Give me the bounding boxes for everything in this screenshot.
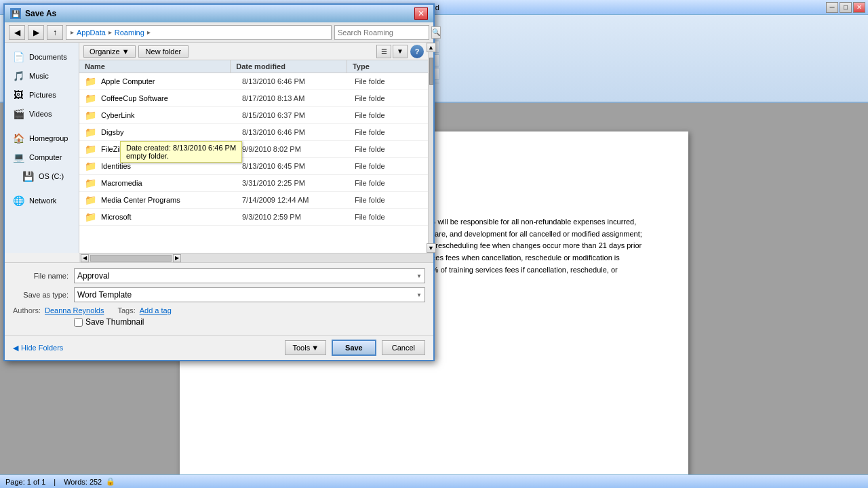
file-item-identities[interactable]: 📁 Identities 8/13/2010 6:45 PM File fold…: [79, 158, 428, 175]
file-date-identities: 8/13/2010 6:45 PM: [237, 160, 349, 172]
folder-icon-coffeecup: 📁: [83, 92, 97, 105]
file-list-container: Organize ▼ New folder ☰ ▼ ? Name Date mo…: [79, 43, 428, 253]
tools-arrow: ▼: [311, 344, 319, 352]
filename-dropdown[interactable]: Approval ▼: [74, 268, 425, 283]
dialog-hscrollbar[interactable]: ◀ ▶: [79, 253, 433, 262]
footer-buttons: Tools ▼ Save Cancel: [285, 340, 425, 356]
hscroll-left[interactable]: ◀: [81, 254, 89, 262]
up-button[interactable]: ↑: [47, 25, 63, 40]
file-date-cyberlink: 8/15/2010 6:37 PM: [237, 109, 349, 121]
help-button[interactable]: ?: [410, 45, 424, 58]
search-input[interactable]: [338, 28, 431, 37]
hscroll-thumb[interactable]: [90, 255, 172, 262]
file-name-digsby: Digsby: [101, 126, 237, 138]
dialog-body-scrollbar[interactable]: ▲ ▼: [428, 43, 433, 253]
new-folder-button[interactable]: New folder: [138, 45, 189, 58]
back-button[interactable]: ◀: [9, 25, 25, 40]
documents-icon: 📄: [12, 51, 25, 63]
file-name-filezilla: FileZilla: [101, 143, 237, 155]
thumbnail-checkbox[interactable]: [74, 318, 83, 327]
nav-pictures[interactable]: 🖼 Pictures: [7, 86, 76, 104]
col-name-header[interactable]: Name: [79, 60, 231, 73]
word-statusbar: Page: 1 of 1 | Words: 252 🔒: [0, 474, 868, 488]
cancel-button[interactable]: Cancel: [382, 340, 425, 355]
file-name-coffeecup: CoffeeCup Software: [101, 92, 237, 104]
nav-network[interactable]: 🌐 Network: [7, 192, 76, 209]
thumbnail-row: Save Thumbnail: [74, 317, 425, 327]
organize-label: Organize: [90, 47, 120, 56]
nav-panel: 📄 Documents 🎵 Music 🖼 Pictures 🎬 Videos …: [5, 43, 79, 253]
col-date-header[interactable]: Date modified: [231, 60, 347, 73]
scroll-up-btn[interactable]: ▲: [427, 43, 436, 52]
file-item-cyberlink[interactable]: 📁 CyberLink 8/15/2010 6:37 PM File folde: [79, 107, 428, 124]
minimize-btn[interactable]: ─: [826, 2, 838, 13]
filename-row: File name: Approval ▼: [13, 268, 425, 283]
organize-arrow: ▼: [122, 47, 130, 56]
search-icon[interactable]: 🔍: [431, 26, 441, 39]
file-type-identities: File folde: [349, 160, 428, 172]
scroll-thumb[interactable]: [429, 58, 433, 85]
nav-osdrive[interactable]: 💾 OS (C:): [7, 167, 76, 185]
file-type-mediacenter: File folde: [349, 194, 428, 206]
path-roaming[interactable]: Roaming: [115, 28, 144, 37]
file-type-filezilla: File folde: [349, 143, 428, 155]
dialog-title: 💾 Save As: [10, 8, 56, 19]
nav-videos[interactable]: 🎬 Videos: [7, 105, 76, 123]
file-item-mediacenter[interactable]: 📁 Media Center Programs 7/14/2009 12:44 …: [79, 192, 428, 209]
dialog-footer: ◀ Hide Folders Tools ▼ Save Cancel: [5, 335, 433, 360]
folder-icon-filezilla: 📁: [83, 142, 97, 156]
hide-folders-button[interactable]: ◀ Hide Folders: [13, 344, 63, 352]
file-item-macromedia[interactable]: 📁 Macromedia 3/31/2010 2:25 PM File fold…: [79, 175, 428, 192]
filename-value: Approval: [77, 271, 109, 281]
dialog-close-button[interactable]: ✕: [414, 7, 428, 20]
scroll-down-btn[interactable]: ▼: [427, 243, 436, 253]
save-button[interactable]: Save: [332, 340, 376, 356]
file-date-mediacenter: 7/14/2009 12:44 AM: [237, 194, 349, 206]
file-item-digsby[interactable]: 📁 Digsby 8/13/2010 6:46 PM File folde: [79, 124, 428, 141]
nav-osdrive-label: OS (C:): [39, 172, 64, 180]
nav-videos-label: Videos: [29, 110, 52, 118]
nav-documents[interactable]: 📄 Documents: [7, 48, 76, 66]
close-btn[interactable]: ✕: [853, 2, 865, 13]
nav-computer-label: Computer: [29, 153, 62, 161]
tools-button[interactable]: Tools ▼: [285, 340, 326, 355]
tags-group: Tags: Add a tag: [117, 306, 171, 314]
filetype-dropdown[interactable]: Word Template ▼: [74, 287, 425, 302]
thumbnail-label: Save Thumbnail: [85, 317, 144, 327]
maximize-btn[interactable]: □: [840, 2, 852, 13]
file-item-microsoft[interactable]: 📁 Microsoft 9/3/2010 2:59 PM File folde: [79, 209, 428, 226]
file-date-coffeecup: 8/17/2010 8:13 AM: [237, 92, 349, 104]
view-toggle-button[interactable]: ☰: [376, 45, 391, 58]
folder-icon-mediacenter: 📁: [83, 193, 97, 207]
tools-label: Tools: [292, 344, 310, 352]
nav-computer[interactable]: 💻 Computer: [7, 148, 76, 166]
dialog-form: File name: Approval ▼ Save as type: Word…: [5, 262, 433, 335]
file-date-digsby: 8/13/2010 6:46 PM: [237, 126, 349, 138]
file-item-coffeecup[interactable]: 📁 CoffeeCup Software 8/17/2010 8:13 AM F…: [79, 90, 428, 107]
file-item-filezilla[interactable]: 📁 FileZilla Date created: 8/13/2010 6:46…: [79, 141, 428, 158]
filetype-row: Save as type: Word Template ▼: [13, 287, 425, 302]
path-appdata[interactable]: AppData: [77, 28, 106, 37]
nav-music-label: Music: [29, 72, 49, 80]
path-bar: ▸ AppData ▸ Roaming ▸: [66, 25, 332, 40]
authors-label: Authors:: [13, 306, 41, 314]
computer-icon: 💻: [12, 151, 25, 163]
view-arrow-button[interactable]: ▼: [393, 45, 408, 58]
search-box[interactable]: 🔍: [334, 25, 429, 40]
nav-homegroup[interactable]: 🏠 Homegroup: [7, 129, 76, 147]
forward-button[interactable]: ▶: [28, 25, 44, 40]
col-type-header[interactable]: Type: [347, 60, 428, 73]
file-item-apple[interactable]: 📁 Apple Computer 8/13/2010 6:46 PM File …: [79, 73, 428, 90]
dialog-titlebar: 💾 Save As ✕: [5, 5, 433, 22]
tags-label: Tags:: [117, 306, 135, 314]
save-as-dialog: 💾 Save As ✕ ◀ ▶ ↑ ▸ AppData ▸ Roaming ▸ …: [3, 3, 435, 361]
filetype-dropdown-arrow: ▼: [416, 292, 422, 298]
nav-music[interactable]: 🎵 Music: [7, 67, 76, 85]
organize-button[interactable]: Organize ▼: [83, 45, 136, 58]
hscroll-right[interactable]: ▶: [173, 254, 181, 262]
file-type-coffeecup: File folde: [349, 92, 428, 104]
file-date-macromedia: 3/31/2010 2:25 PM: [237, 177, 349, 189]
music-icon: 🎵: [12, 70, 25, 82]
file-type-apple: File folde: [349, 75, 428, 87]
nav-pictures-label: Pictures: [29, 91, 56, 99]
